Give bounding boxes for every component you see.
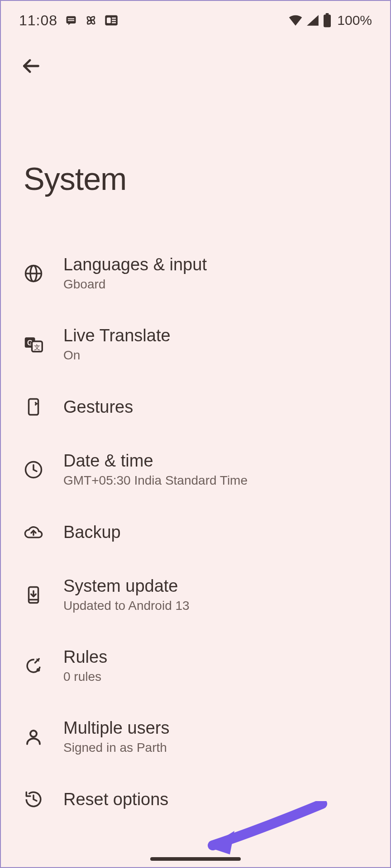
setting-subtitle: Signed in as Parth xyxy=(63,741,169,755)
status-bar-right: 100% xyxy=(288,13,372,28)
rules-icon xyxy=(24,656,43,676)
setting-text: Multiple users Signed in as Parth xyxy=(63,718,169,755)
setting-title: Live Translate xyxy=(63,326,171,345)
cellular-signal-icon xyxy=(306,14,319,26)
svg-rect-8 xyxy=(324,14,331,27)
setting-subtitle: Updated to Android 13 xyxy=(63,599,190,613)
setting-subtitle: 0 rules xyxy=(63,670,107,684)
setting-title: Multiple users xyxy=(63,718,169,738)
translate-icon: G文 xyxy=(24,335,43,354)
svg-rect-5 xyxy=(112,18,116,19)
setting-backup[interactable]: Backup xyxy=(1,505,390,559)
setting-text: Date & time GMT+05:30 India Standard Tim… xyxy=(63,451,248,488)
setting-rules[interactable]: Rules 0 rules xyxy=(1,630,390,701)
app-bar xyxy=(1,33,390,80)
setting-live-translate[interactable]: G文 Live Translate On xyxy=(1,309,390,380)
setting-subtitle: Gboard xyxy=(63,277,207,292)
setting-text: Languages & input Gboard xyxy=(63,255,207,292)
system-update-icon xyxy=(24,585,43,605)
person-icon xyxy=(24,727,43,747)
svg-rect-2 xyxy=(68,20,74,21)
setting-text: Rules 0 rules xyxy=(63,647,107,684)
setting-text: Live Translate On xyxy=(63,326,171,363)
gestures-icon xyxy=(24,397,43,417)
svg-rect-9 xyxy=(326,13,329,15)
wifi-icon xyxy=(288,14,303,26)
setting-title: Languages & input xyxy=(63,255,207,274)
setting-subtitle: On xyxy=(63,348,171,363)
navigation-handle[interactable] xyxy=(150,857,241,861)
history-icon xyxy=(24,789,43,809)
back-button[interactable] xyxy=(17,52,44,80)
svg-rect-18 xyxy=(29,399,38,415)
setting-title: Reset options xyxy=(63,790,168,809)
setting-subtitle: GMT+05:30 India Standard Time xyxy=(63,473,248,488)
svg-point-23 xyxy=(37,668,40,671)
setting-text: Backup xyxy=(63,523,121,542)
svg-text:文: 文 xyxy=(34,343,40,350)
battery-icon xyxy=(323,13,332,28)
svg-rect-4 xyxy=(107,18,111,24)
arrow-back-icon xyxy=(21,56,41,76)
setting-text: Reset options xyxy=(63,790,168,809)
setting-title: Rules xyxy=(63,647,107,667)
news-icon xyxy=(105,14,118,26)
svg-rect-7 xyxy=(112,22,116,24)
setting-text: System update Updated to Android 13 xyxy=(63,576,190,613)
globe-icon xyxy=(24,264,43,283)
clock-icon xyxy=(24,460,43,480)
svg-rect-6 xyxy=(112,20,116,21)
setting-system-update[interactable]: System update Updated to Android 13 xyxy=(1,559,390,630)
svg-rect-1 xyxy=(68,18,74,19)
setting-reset-options[interactable]: Reset options xyxy=(1,772,390,826)
setting-gestures[interactable]: Gestures xyxy=(1,380,390,434)
settings-list: Languages & input Gboard G文 Live Transla… xyxy=(1,238,390,826)
status-bar: 11:08 100% xyxy=(1,1,390,33)
svg-rect-0 xyxy=(67,16,76,24)
setting-multiple-users[interactable]: Multiple users Signed in as Parth xyxy=(1,701,390,772)
setting-title: Gestures xyxy=(63,397,133,417)
setting-title: System update xyxy=(63,576,190,596)
setting-title: Date & time xyxy=(63,451,248,471)
setting-date-time[interactable]: Date & time GMT+05:30 India Standard Tim… xyxy=(1,434,390,505)
setting-languages-input[interactable]: Languages & input Gboard xyxy=(1,238,390,309)
status-bar-left: 11:08 xyxy=(19,12,118,29)
page-title: System xyxy=(1,80,390,238)
battery-percentage: 100% xyxy=(337,13,372,28)
svg-point-24 xyxy=(30,731,37,737)
setting-title: Backup xyxy=(63,523,121,542)
cloud-upload-icon xyxy=(24,522,43,542)
setting-text: Gestures xyxy=(63,397,133,417)
messages-icon xyxy=(65,14,77,27)
pinwheel-icon xyxy=(85,14,97,27)
clock: 11:08 xyxy=(19,12,57,29)
